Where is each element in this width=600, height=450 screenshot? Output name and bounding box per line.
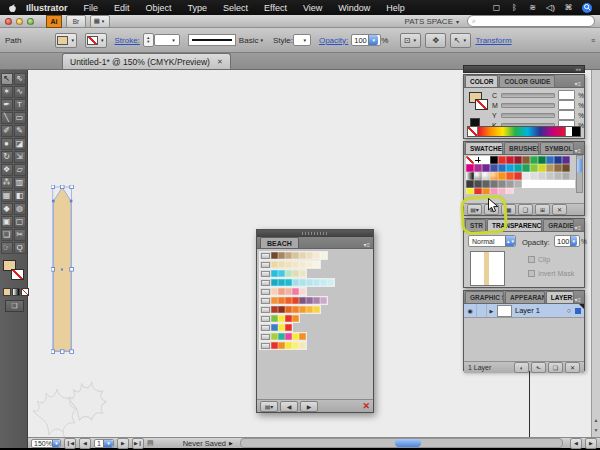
swatch-group-row[interactable] bbox=[259, 332, 307, 341]
tab-layers[interactable]: LAYERS bbox=[546, 291, 575, 303]
next-library-button[interactable]: ▶ bbox=[300, 401, 318, 412]
color-swatch[interactable] bbox=[299, 333, 306, 340]
window-zoom-button[interactable] bbox=[27, 18, 34, 25]
color-swatch[interactable] bbox=[285, 333, 292, 340]
color-group-folder-icon[interactable] bbox=[261, 343, 270, 349]
swatch-group-row[interactable] bbox=[259, 305, 321, 314]
color-swatch[interactable] bbox=[278, 279, 285, 286]
color-swatch[interactable] bbox=[522, 172, 530, 180]
panel-menu-icon[interactable]: ▾≡ bbox=[574, 296, 581, 303]
new-layer-button[interactable]: ❏ bbox=[548, 362, 563, 373]
color-swatch[interactable] bbox=[271, 279, 278, 286]
color-swatch[interactable] bbox=[299, 270, 306, 277]
search-input[interactable]: ⌕ bbox=[467, 15, 595, 27]
color-swatch[interactable] bbox=[506, 164, 514, 172]
color-swatch[interactable] bbox=[271, 261, 278, 268]
menu-window[interactable]: Window bbox=[330, 3, 378, 13]
rectangle-tool[interactable]: ▭ bbox=[14, 112, 26, 124]
color-swatch[interactable] bbox=[538, 172, 546, 180]
color-group-folder-icon[interactable] bbox=[261, 253, 270, 259]
color-swatch[interactable] bbox=[522, 180, 575, 188]
color-swatch[interactable] bbox=[554, 172, 562, 180]
swatches-scrollbar[interactable] bbox=[576, 155, 583, 193]
last-artboard-button[interactable]: ▶❙ bbox=[132, 438, 144, 449]
color-swatch[interactable] bbox=[320, 297, 327, 304]
dock-header[interactable]: »» bbox=[463, 65, 585, 73]
color-swatch[interactable] bbox=[474, 172, 482, 180]
blob-brush-tool[interactable]: ● bbox=[1, 138, 13, 150]
color-swatch[interactable] bbox=[285, 270, 292, 277]
color-swatch[interactable] bbox=[538, 156, 546, 164]
color-swatch[interactable] bbox=[271, 324, 278, 331]
color-swatch[interactable] bbox=[530, 156, 538, 164]
color-swatch[interactable] bbox=[285, 288, 292, 295]
color-swatch[interactable] bbox=[306, 261, 313, 268]
color-swatch[interactable] bbox=[546, 164, 554, 172]
transparency-opacity-field[interactable]: 100 ▼ bbox=[554, 235, 580, 247]
spectrum-gradient[interactable] bbox=[478, 127, 565, 136]
color-swatch[interactable] bbox=[285, 252, 292, 259]
color-swatch[interactable] bbox=[292, 252, 299, 259]
bridge-button[interactable]: Br bbox=[66, 15, 86, 28]
live-paint-bucket-tool[interactable]: ▣ bbox=[1, 216, 13, 228]
close-tab-icon[interactable]: ✕ bbox=[217, 58, 223, 66]
color-swatch[interactable] bbox=[466, 180, 474, 188]
color-swatch[interactable] bbox=[271, 306, 278, 313]
color-swatch[interactable] bbox=[482, 180, 490, 188]
color-spectrum-bar[interactable] bbox=[467, 126, 581, 137]
color-swatch[interactable] bbox=[271, 270, 278, 277]
style-field[interactable]: ▾ bbox=[293, 34, 311, 46]
color-swatch[interactable] bbox=[466, 188, 474, 194]
swatch-group-row[interactable] bbox=[259, 314, 300, 323]
color-group-folder-icon[interactable] bbox=[261, 298, 270, 304]
stroke-weight-field[interactable]: ▾ bbox=[154, 34, 180, 46]
color-group-folder-icon[interactable] bbox=[261, 289, 270, 295]
layer-name[interactable]: Layer 1 bbox=[515, 306, 540, 315]
swatch-group-row[interactable] bbox=[259, 341, 307, 350]
scroll-down-icon[interactable]: ▼ bbox=[592, 425, 600, 435]
color-swatch[interactable] bbox=[271, 288, 278, 295]
direct-selection-tool[interactable]: ⇖ bbox=[14, 73, 26, 85]
tab-color-guide[interactable]: COLOR GUIDE bbox=[499, 75, 555, 87]
swatch-grid[interactable] bbox=[466, 156, 575, 194]
symbol-sprayer-tool[interactable]: ⁂ bbox=[1, 177, 13, 189]
color-swatch[interactable] bbox=[466, 164, 474, 172]
pen-tool[interactable]: ✒ bbox=[1, 99, 13, 111]
color-swatch[interactable] bbox=[299, 288, 306, 295]
slice-tool[interactable]: ✂ bbox=[14, 229, 26, 241]
bluetooth-icon[interactable]: ᛒ bbox=[510, 2, 519, 13]
tab-beach[interactable]: BEACH bbox=[260, 237, 299, 248]
color-button[interactable] bbox=[3, 288, 11, 296]
display-icon[interactable]: ▢ bbox=[492, 2, 501, 13]
drawing-mode-button[interactable]: ❏ bbox=[5, 300, 24, 312]
color-swatch[interactable] bbox=[490, 164, 498, 172]
delete-swatch-button[interactable]: ✕ bbox=[552, 204, 567, 215]
panel-menu-icon[interactable]: ≡ bbox=[591, 37, 595, 44]
color-swatch[interactable] bbox=[299, 252, 306, 259]
menu-file[interactable]: File bbox=[76, 3, 107, 13]
color-swatch[interactable] bbox=[320, 252, 327, 259]
menu-type[interactable]: Type bbox=[180, 3, 216, 13]
scale-tool[interactable]: ⇲ bbox=[14, 151, 26, 163]
color-swatch[interactable] bbox=[313, 297, 320, 304]
color-swatch[interactable] bbox=[498, 164, 506, 172]
channel-field-m[interactable] bbox=[558, 100, 575, 110]
pencil-tool[interactable]: ✎ bbox=[14, 125, 26, 137]
blend-tool[interactable]: ◍ bbox=[14, 203, 26, 215]
next-artboard-button[interactable]: ▶ bbox=[117, 438, 129, 449]
channel-field-y[interactable] bbox=[558, 110, 575, 120]
color-swatch[interactable] bbox=[554, 164, 562, 172]
opacity-field[interactable]: 100 ▼ bbox=[351, 34, 381, 46]
scroll-left-button[interactable]: ◀ bbox=[570, 438, 582, 449]
previous-artboard-button[interactable]: ◀ bbox=[79, 438, 91, 449]
color-swatch[interactable] bbox=[313, 306, 320, 313]
color-swatch[interactable] bbox=[530, 164, 538, 172]
color-swatch[interactable] bbox=[278, 270, 285, 277]
color-group-folder-icon[interactable] bbox=[261, 325, 270, 331]
window-minimize-button[interactable] bbox=[16, 18, 23, 25]
selected-artwork[interactable] bbox=[51, 185, 74, 360]
color-swatch[interactable] bbox=[278, 261, 285, 268]
color-swatch[interactable] bbox=[474, 180, 482, 188]
color-swatch[interactable] bbox=[466, 172, 474, 180]
color-swatch[interactable] bbox=[285, 306, 292, 313]
